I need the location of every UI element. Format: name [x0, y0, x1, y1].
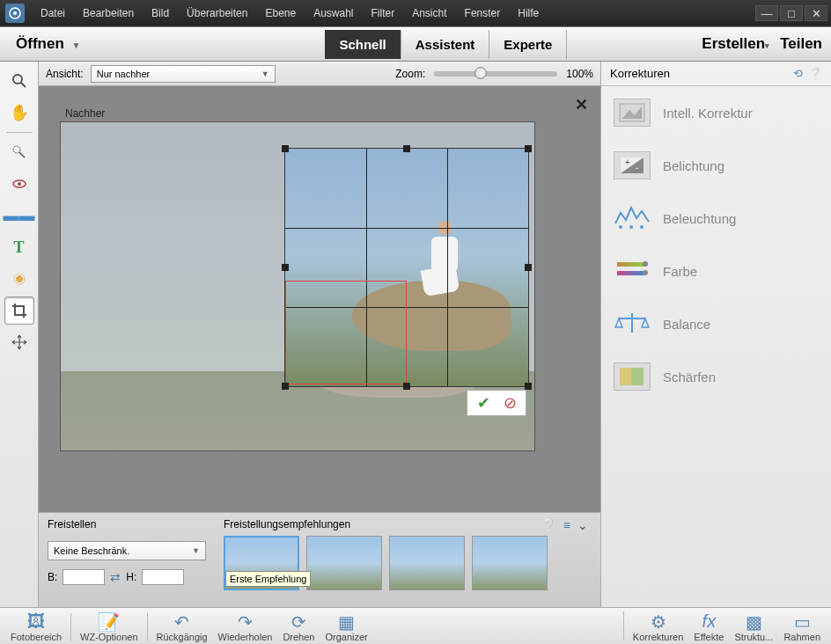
- rotate-button[interactable]: ⟳Drehen: [277, 611, 320, 642]
- close-image-button[interactable]: ✕: [575, 95, 588, 114]
- canvas-label: Nachher: [65, 107, 105, 120]
- erstellen-button[interactable]: Erstellen▾: [702, 35, 769, 53]
- maximize-button[interactable]: □: [780, 5, 803, 21]
- help-icon[interactable]: ❔: [808, 67, 822, 80]
- minimize-button[interactable]: —: [755, 5, 778, 21]
- menu-ebene[interactable]: Ebene: [256, 7, 305, 19]
- menu-ueberarbeiten[interactable]: Überarbeiten: [178, 7, 256, 19]
- color-item[interactable]: Farbe: [601, 245, 831, 297]
- balance-icon: [614, 310, 651, 338]
- svg-rect-26: [620, 368, 631, 385]
- tab-experte[interactable]: Experte: [489, 30, 567, 59]
- menu-bild[interactable]: Bild: [143, 7, 178, 19]
- menu-bearbeiten[interactable]: Bearbeiten: [74, 7, 143, 19]
- undo-button[interactable]: ↶Rückgängig: [151, 611, 213, 642]
- crop-handle[interactable]: [403, 383, 410, 390]
- crop-handle[interactable]: [525, 264, 532, 271]
- type-tool[interactable]: T: [4, 233, 34, 261]
- hand-tool[interactable]: ✋: [4, 99, 34, 127]
- crop-suggestion-4[interactable]: [472, 536, 548, 590]
- textures-button[interactable]: ▩Struktu...: [729, 611, 778, 642]
- organizer-button[interactable]: ▦Organizer: [320, 611, 372, 642]
- frame-icon: ▭: [794, 611, 811, 631]
- svg-point-4: [13, 146, 20, 153]
- close-button[interactable]: ✕: [805, 5, 827, 21]
- svg-line-3: [21, 83, 26, 87]
- crop-region[interactable]: ✔ ⊘: [285, 149, 528, 386]
- tooltip: Erste Empfehlung: [225, 571, 311, 587]
- crop-handle[interactable]: [282, 383, 289, 390]
- item-label: Intell. Korrektur: [663, 106, 753, 121]
- open-button[interactable]: Öffnen ▼: [9, 32, 87, 56]
- reset-icon[interactable]: ⟲: [793, 67, 803, 80]
- view-select[interactable]: Nur nachher ▼: [91, 65, 276, 83]
- menu-ansicht[interactable]: Ansicht: [403, 7, 455, 19]
- chevron-down-icon: ▾: [765, 41, 769, 50]
- menu-icon[interactable]: ≡: [563, 518, 570, 532]
- zoom-tool[interactable]: [4, 67, 34, 95]
- organizer-icon: ▦: [338, 611, 355, 631]
- tab-schnell[interactable]: Schnell: [325, 30, 401, 59]
- zoom-thumb[interactable]: [474, 67, 487, 79]
- swap-icon[interactable]: ⇄: [110, 570, 121, 584]
- sliders-icon: ⚙: [651, 611, 666, 631]
- tab-assistent[interactable]: Assistent: [401, 30, 490, 59]
- effects-button[interactable]: fxEffekte: [688, 611, 729, 642]
- crop-tool[interactable]: [4, 296, 34, 325]
- height-input[interactable]: [142, 569, 184, 585]
- frames-button[interactable]: ▭Rahmen: [778, 611, 826, 642]
- crop-handle[interactable]: [525, 145, 532, 152]
- tool-options-icon: 📝: [98, 611, 120, 631]
- adjustments-button[interactable]: ⚙Korrekturen: [628, 611, 688, 642]
- smart-fix-item[interactable]: Intell. Korrektur: [601, 86, 831, 139]
- menu-datei[interactable]: Datei: [32, 7, 74, 19]
- svg-point-2: [13, 75, 22, 84]
- teilen-button[interactable]: Teilen: [780, 35, 822, 53]
- menu-filter[interactable]: Filter: [363, 7, 404, 19]
- crop-suggestion-3[interactable]: [389, 536, 465, 590]
- width-input[interactable]: [63, 569, 105, 585]
- cancel-crop-button[interactable]: ⊘: [499, 392, 520, 413]
- item-label: Beleuchtung: [663, 211, 736, 226]
- tool-options-button[interactable]: 📝WZ-Optionen: [75, 611, 143, 642]
- crop-suggestion-1[interactable]: Erste Empfehlung: [224, 536, 299, 590]
- photo-bin-button[interactable]: 🖼Fotobereich: [5, 611, 67, 642]
- zoom-slider[interactable]: [434, 71, 557, 77]
- menu-auswahl[interactable]: Auswahl: [305, 7, 362, 19]
- balance-item[interactable]: Balance: [601, 297, 831, 350]
- svg-text:+: +: [625, 157, 630, 167]
- fx-icon: fx: [702, 611, 717, 631]
- aspect-ratio-select[interactable]: Keine Beschränk. ▼: [48, 541, 206, 560]
- svg-point-19: [640, 225, 643, 229]
- quick-select-tool[interactable]: [4, 138, 34, 166]
- exposure-item[interactable]: +- Belichtung: [601, 139, 831, 192]
- chevron-down-icon: ▼: [192, 546, 200, 555]
- confirm-crop-button[interactable]: ✔: [473, 392, 494, 413]
- redo-button[interactable]: ↷Wiederholen: [213, 611, 278, 642]
- svg-point-18: [629, 225, 633, 229]
- crop-suggestion-2[interactable]: [306, 536, 382, 590]
- help-icon[interactable]: ❔: [541, 518, 556, 532]
- whiten-tool[interactable]: ▬▬: [4, 201, 34, 230]
- image-canvas[interactable]: ✔ ⊘: [60, 121, 535, 451]
- crop-handle[interactable]: [282, 264, 289, 271]
- spot-heal-tool[interactable]: [4, 265, 34, 293]
- svg-point-1: [13, 11, 17, 15]
- menu-fenster[interactable]: Fenster: [456, 7, 510, 19]
- item-label: Belichtung: [663, 158, 724, 173]
- svg-text:-: -: [636, 163, 638, 172]
- corrections-panel: Korrekturen ⟲ ❔ Intell. Korrektur +- Bel…: [600, 62, 831, 607]
- redeye-tool[interactable]: [4, 170, 34, 198]
- lighting-item[interactable]: Beleuchtung: [601, 192, 831, 245]
- menu-hilfe[interactable]: Hilfe: [509, 7, 548, 19]
- sharpen-item[interactable]: Schärfen: [601, 350, 831, 403]
- crop-handle[interactable]: [403, 145, 410, 152]
- item-label: Balance: [663, 317, 710, 332]
- move-tool[interactable]: [4, 328, 34, 356]
- undo-icon: ↶: [174, 611, 189, 631]
- svg-point-7: [18, 182, 21, 186]
- crop-handle[interactable]: [282, 145, 289, 152]
- color-icon: [614, 257, 651, 285]
- collapse-icon[interactable]: ⌄: [577, 518, 588, 532]
- crop-handle[interactable]: [525, 383, 532, 390]
